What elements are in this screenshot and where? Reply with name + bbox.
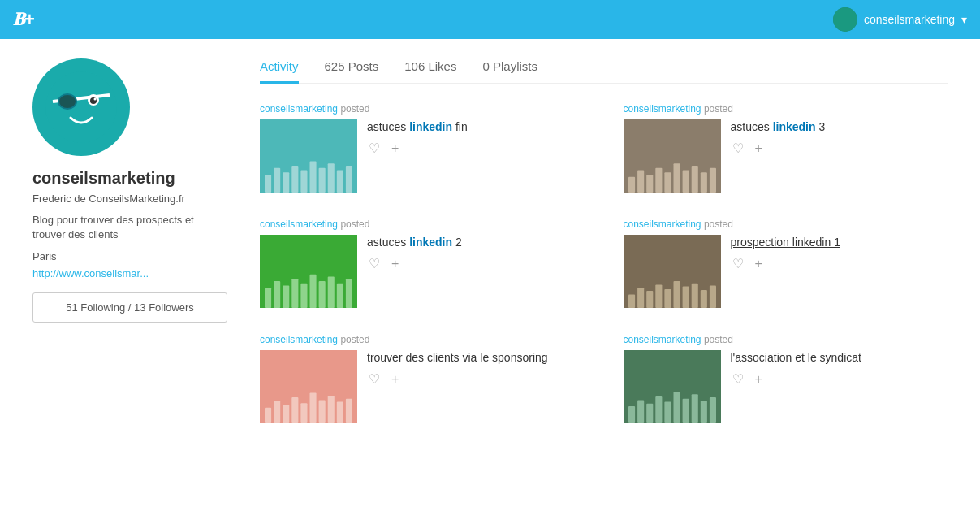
- svg-rect-31: [274, 281, 280, 308]
- svg-rect-72: [709, 397, 715, 423]
- svg-rect-20: [637, 171, 644, 193]
- post-title: astuces linkedin fin: [367, 119, 585, 134]
- post-thumbnail[interactable]: [624, 119, 721, 193]
- svg-rect-15: [328, 163, 335, 193]
- svg-rect-45: [664, 289, 671, 308]
- post-title: astuces linkedin 2: [367, 235, 585, 249]
- post-user-link[interactable]: conseilsmarketing: [260, 219, 338, 230]
- svg-rect-26: [691, 166, 697, 193]
- svg-rect-52: [265, 408, 271, 423]
- svg-rect-21: [646, 175, 653, 193]
- tab-activity[interactable]: Activity: [260, 59, 299, 84]
- add-button[interactable]: +: [753, 255, 764, 273]
- svg-point-3: [59, 95, 76, 108]
- add-button[interactable]: +: [753, 370, 764, 388]
- svg-rect-69: [682, 399, 689, 423]
- svg-rect-12: [300, 171, 307, 193]
- add-button[interactable]: +: [753, 140, 764, 158]
- svg-rect-53: [274, 401, 280, 424]
- add-button[interactable]: +: [390, 370, 400, 388]
- post-item: conseilsmarketing postedastuces linkedin…: [624, 103, 948, 193]
- post-actions: ♡+: [731, 139, 948, 158]
- tab-likes[interactable]: 106 Likes: [404, 59, 456, 84]
- post-user-link[interactable]: conseilsmarketing: [624, 219, 702, 230]
- post-title: l'association et le syndicat: [731, 350, 948, 365]
- post-user-link[interactable]: conseilsmarketing: [624, 103, 702, 115]
- profile-tabs: Activity 625 Posts 106 Likes 0 Playlists: [260, 58, 948, 84]
- header-username[interactable]: conseilsmarketing: [864, 13, 955, 26]
- post-action: posted: [340, 334, 369, 345]
- post-actions: ♡+: [731, 370, 948, 388]
- svg-rect-22: [655, 168, 662, 193]
- add-button[interactable]: +: [390, 140, 400, 158]
- content-area: Activity 625 Posts 106 Likes 0 Playlists…: [260, 58, 948, 423]
- svg-rect-8: [265, 175, 271, 193]
- post-title: prospection linkedin 1: [731, 235, 948, 249]
- post-meta: conseilsmarketing posted: [260, 334, 585, 345]
- like-button[interactable]: ♡: [731, 254, 745, 273]
- svg-rect-35: [310, 275, 317, 308]
- svg-rect-65: [646, 404, 653, 423]
- svg-rect-28: [709, 168, 715, 193]
- svg-rect-60: [337, 402, 343, 423]
- header: 𝐁+ conseilsmarketing ▾: [0, 0, 980, 39]
- post-thumbnail[interactable]: [260, 235, 357, 308]
- svg-rect-14: [319, 168, 326, 193]
- post-title-link[interactable]: prospection linkedin 1: [731, 236, 840, 249]
- profile-link[interactable]: http://www.conseilsmar...: [32, 267, 227, 279]
- add-button[interactable]: +: [390, 255, 400, 273]
- app-logo[interactable]: 𝐁+: [13, 9, 34, 30]
- post-thumbnail[interactable]: [260, 350, 357, 423]
- svg-rect-58: [319, 400, 326, 423]
- svg-rect-16: [337, 171, 343, 193]
- svg-rect-54: [283, 405, 289, 423]
- post-card: astuces linkedin fin♡+: [260, 119, 585, 193]
- svg-rect-67: [664, 402, 671, 423]
- tab-posts[interactable]: 625 Posts: [325, 59, 379, 84]
- like-button[interactable]: ♡: [367, 139, 382, 158]
- svg-rect-70: [691, 394, 697, 423]
- svg-rect-11: [291, 166, 298, 193]
- svg-point-6: [94, 98, 97, 101]
- post-card: l'association et le syndicat♡+: [624, 350, 948, 423]
- posts-grid: conseilsmarketing postedastuces linkedin…: [260, 103, 948, 423]
- profile-subtitle: Frederic de ConseilsMarketing.fr: [32, 193, 227, 205]
- svg-rect-23: [664, 172, 671, 193]
- post-user-link[interactable]: conseilsmarketing: [260, 103, 338, 115]
- svg-rect-63: [628, 406, 635, 423]
- svg-rect-57: [310, 393, 317, 423]
- post-info: prospection linkedin 1♡+: [731, 235, 948, 273]
- like-button[interactable]: ♡: [367, 254, 382, 273]
- svg-rect-44: [655, 284, 662, 308]
- svg-rect-32: [283, 286, 289, 309]
- post-user-link[interactable]: conseilsmarketing: [260, 334, 338, 345]
- svg-rect-61: [346, 399, 352, 423]
- svg-rect-13: [310, 162, 317, 193]
- like-button[interactable]: ♡: [731, 139, 745, 158]
- post-actions: ♡+: [367, 370, 585, 388]
- like-button[interactable]: ♡: [731, 370, 745, 388]
- svg-rect-34: [300, 284, 307, 308]
- post-card: astuces linkedin 2♡+: [260, 235, 585, 308]
- post-user-link[interactable]: conseilsmarketing: [624, 334, 702, 345]
- follow-stats[interactable]: 51 Following / 13 Followers: [32, 292, 227, 323]
- like-button[interactable]: ♡: [367, 370, 382, 388]
- post-actions: ♡+: [731, 254, 948, 273]
- header-dropdown-icon[interactable]: ▾: [961, 13, 967, 26]
- profile-description: Blog pour trouver des prospects et trouv…: [32, 213, 227, 242]
- post-meta: conseilsmarketing posted: [624, 219, 948, 230]
- header-right: conseilsmarketing ▾: [833, 7, 967, 32]
- svg-rect-24: [673, 163, 680, 193]
- post-card: prospection linkedin 1♡+: [624, 235, 948, 308]
- svg-point-0: [45, 71, 117, 143]
- svg-rect-68: [673, 392, 680, 424]
- tab-playlists[interactable]: 0 Playlists: [482, 59, 537, 84]
- svg-rect-71: [700, 401, 706, 424]
- svg-rect-56: [300, 403, 307, 423]
- post-info: astuces linkedin 3♡+: [731, 119, 948, 158]
- post-thumbnail[interactable]: [624, 350, 721, 423]
- post-action: posted: [704, 334, 733, 345]
- svg-rect-46: [673, 281, 680, 308]
- post-thumbnail[interactable]: [624, 235, 721, 308]
- post-thumbnail[interactable]: [260, 119, 357, 193]
